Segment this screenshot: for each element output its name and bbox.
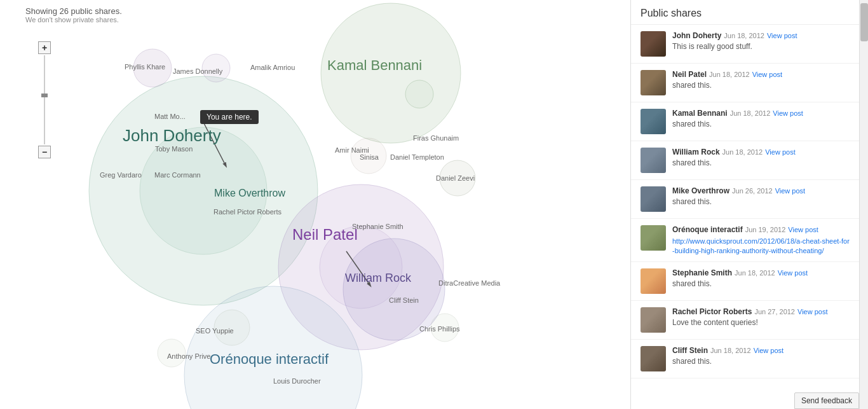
share-content: John DohertyJun 18, 2012View postThis is… [672, 31, 850, 57]
you-are-here-tooltip: You are here. [200, 110, 259, 124]
bubble-orenoque[interactable]: Orénoque interactif [210, 351, 329, 368]
share-header: John DohertyJun 18, 2012View post [672, 31, 850, 40]
share-text: Love the content queries! [672, 318, 850, 327]
svg-point-7 [184, 286, 362, 409]
share-date: Jun 19, 2012 [745, 226, 786, 233]
bubble-william-rock[interactable]: William Rock [345, 272, 411, 285]
bubble-amalik[interactable]: Amalik Amriou [250, 64, 295, 71]
share-header: Rachel Pictor RobertsJun 27, 2012View po… [672, 307, 850, 316]
bubble-daniel-t[interactable]: Daniel Templeton [390, 153, 444, 161]
share-item: Cliff SteinJun 18, 2012View postshared t… [631, 340, 859, 378]
view-post-link[interactable]: View post [788, 226, 818, 233]
viz-svg [0, 0, 630, 409]
view-post-link[interactable]: View post [775, 187, 806, 195]
share-name: Orénoque interactif [672, 225, 743, 234]
view-post-link[interactable]: View post [767, 32, 797, 39]
share-date: Jun 18, 2012 [709, 71, 750, 78]
bubble-daniel-z[interactable]: Daniel Zeevi [436, 174, 475, 182]
avatar [641, 109, 666, 134]
bubble-ditra[interactable]: DitraCreative Media [438, 279, 500, 287]
share-name: Rachel Pictor Roberts [672, 307, 752, 316]
share-text: shared this. [672, 357, 850, 366]
view-post-link[interactable]: View post [765, 148, 796, 156]
avatar [641, 31, 666, 57]
bubble-seo[interactable]: SEO Yuppie [196, 327, 234, 335]
view-post-link[interactable]: View post [752, 71, 783, 78]
bubble-toby[interactable]: Toby Mason [155, 145, 193, 153]
bubble-anthony[interactable]: Anthony Prive [167, 352, 210, 360]
view-post-link[interactable]: View post [797, 308, 828, 315]
share-header: Stephanie SmithJun 18, 2012View post [672, 268, 850, 277]
right-panel: Public shares John DohertyJun 18, 2012Vi… [630, 0, 859, 409]
avatar [641, 268, 666, 294]
share-item: Orénoque interactifJun 19, 2012View post… [631, 219, 859, 262]
share-name: John Doherty [672, 31, 721, 40]
bubble-sinisa[interactable]: Sinisa [360, 153, 379, 161]
bubble-marc[interactable]: Marc Cormann [154, 171, 201, 179]
svg-point-4 [278, 184, 444, 350]
avatar [641, 70, 666, 95]
share-content: Neil PatelJun 18, 2012View postshared th… [672, 70, 850, 95]
share-content: Rachel Pictor RobertsJun 27, 2012View po… [672, 307, 850, 333]
bubble-firas[interactable]: Firas Ghunaim [413, 134, 459, 142]
bubble-cliff-s[interactable]: Cliff Stein [389, 296, 419, 304]
share-header: Kamal BennaniJun 18, 2012View post [672, 109, 850, 118]
viz-panel: Showing 26 public shares. We don't show … [0, 0, 630, 409]
bubble-louis[interactable]: Louis Durocher [273, 377, 321, 385]
page-scrollbar[interactable] [859, 0, 868, 409]
share-date: Jun 18, 2012 [722, 148, 763, 156]
scrollbar-thumb[interactable] [860, 3, 868, 41]
bubble-john-doherty[interactable]: John Doherty [123, 126, 221, 146]
avatar [641, 186, 666, 212]
share-item: Kamal BennaniJun 18, 2012View postshared… [631, 102, 859, 141]
avatar [641, 148, 666, 173]
share-date: Jun 27, 2012 [754, 308, 795, 315]
bubble-mike-overthrow[interactable]: Mike Overthrow [214, 188, 285, 199]
bubble-greg[interactable]: Greg Vardaro [100, 171, 142, 179]
share-header: Cliff SteinJun 18, 2012View post [672, 346, 850, 355]
share-header: Mike OverthrowJun 26, 2012View post [672, 186, 850, 195]
share-item: Rachel Pictor RobertsJun 27, 2012View po… [631, 301, 859, 340]
share-name: Stephanie Smith [672, 268, 732, 277]
view-post-link[interactable]: View post [754, 347, 784, 354]
bubble-james[interactable]: James Donnelly [173, 67, 222, 75]
share-date: Jun 26, 2012 [732, 187, 773, 195]
share-content: Cliff SteinJun 18, 2012View postshared t… [672, 346, 850, 371]
bubble-matt[interactable]: Matt Mo... [154, 113, 186, 120]
bubble-chris[interactable]: Chris Phillips [419, 325, 460, 333]
share-date: Jun 18, 2012 [724, 32, 764, 39]
send-feedback-button[interactable]: Send feedback [794, 392, 859, 409]
bubble-viz: You are here. John Doherty Neil Patel Ka… [0, 0, 630, 409]
share-text: shared this. [672, 81, 850, 90]
share-content: Mike OverthrowJun 26, 2012View postshare… [672, 186, 850, 212]
share-content: Kamal BennaniJun 18, 2012View postshared… [672, 109, 850, 134]
share-text: shared this. [672, 158, 850, 167]
share-item: Neil PatelJun 18, 2012View postshared th… [631, 64, 859, 102]
share-header: Neil PatelJun 18, 2012View post [672, 70, 850, 79]
share-header: Orénoque interactifJun 19, 2012View post [672, 225, 850, 234]
view-post-link[interactable]: View post [773, 109, 803, 117]
share-item: Mike OverthrowJun 26, 2012View postshare… [631, 180, 859, 219]
share-text: This is really good stuff. [672, 42, 850, 51]
share-name: Cliff Stein [672, 346, 708, 355]
share-date: Jun 18, 2012 [710, 347, 751, 354]
share-text: shared this. [672, 279, 850, 288]
svg-point-3 [405, 80, 433, 108]
panel-title: Public shares [631, 0, 859, 25]
bubble-rachel[interactable]: Rachel Pictor Roberts [214, 208, 281, 216]
share-content: Orénoque interactifJun 19, 2012View post… [672, 225, 850, 255]
share-item: John DohertyJun 18, 2012View postThis is… [631, 25, 859, 64]
share-content: Stephanie SmithJun 18, 2012View postshar… [672, 268, 850, 294]
share-text: shared this. [672, 120, 850, 128]
share-link[interactable]: http://www.quicksprout.com/2012/06/18/a-… [672, 237, 850, 254]
share-header: William RockJun 18, 2012View post [672, 148, 850, 156]
avatar [641, 307, 666, 333]
main-container: Showing 26 public shares. We don't show … [0, 0, 868, 409]
bubble-kamal-bennani[interactable]: Kamal Bennani [327, 57, 422, 74]
bubble-neil-patel[interactable]: Neil Patel [292, 226, 358, 244]
view-post-link[interactable]: View post [778, 269, 808, 277]
shares-list: John DohertyJun 18, 2012View postThis is… [631, 25, 859, 378]
bubble-phyllis[interactable]: Phyllis Khare [125, 63, 165, 71]
bubble-stephanie[interactable]: Stephanie Smith [352, 223, 403, 230]
avatar [641, 225, 666, 251]
